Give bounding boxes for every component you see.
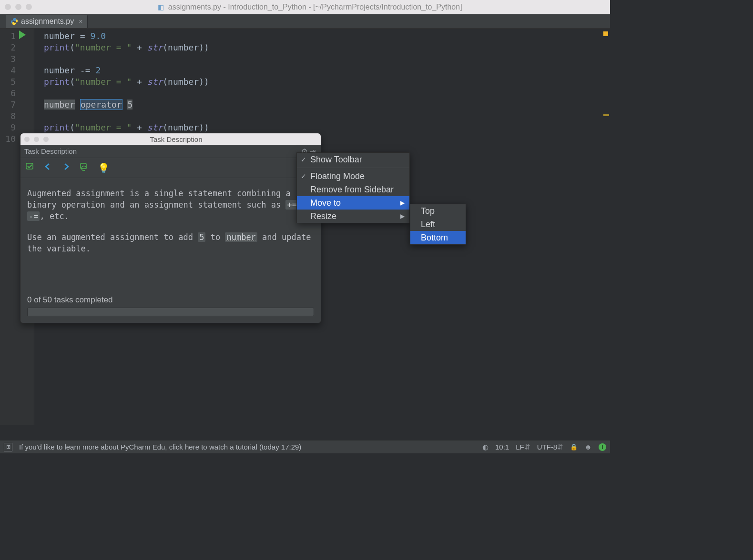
readonly-lock-icon[interactable]: 🔒 (570, 443, 578, 450)
hint-icon[interactable]: 💡 (98, 162, 110, 174)
task-panel-titlebar[interactable]: Task Description (20, 133, 321, 145)
window-titlebar: ◧ assignments.py - Introduction_to_Pytho… (0, 0, 610, 14)
panel-zoom-icon[interactable] (43, 137, 49, 142)
zoom-window-icon[interactable] (26, 4, 32, 10)
placeholder-operator[interactable]: operator (80, 99, 122, 110)
toolwindow-toggle-icon[interactable]: ⊞ (4, 443, 12, 451)
panel-traffic-lights[interactable] (24, 137, 49, 142)
status-caret[interactable]: 10:1 (495, 443, 509, 451)
tab-assignments-py[interactable]: assignments.py × (6, 15, 88, 28)
task-panel-header-label: Task Description (24, 147, 77, 155)
panel-close-icon[interactable] (24, 137, 30, 142)
submenu-bottom[interactable]: Bottom (410, 231, 466, 244)
placeholder-value[interactable]: 5 (127, 100, 132, 110)
inspector-icon[interactable]: ☻ (584, 443, 592, 451)
status-spinner-icon: ◐ (482, 443, 488, 451)
status-line-sep[interactable]: LF⇵ (516, 443, 530, 451)
submenu-top[interactable]: Top (410, 204, 466, 218)
tool-window-context-menu[interactable]: ✓ Show Toolbar ✓ Floating Mode Remove fr… (296, 152, 410, 223)
status-ok-icon[interactable]: i (599, 443, 606, 451)
inspection-marker[interactable] (603, 31, 608, 36)
editor-tab-bar: assignments.py × (0, 14, 610, 29)
task-body: Augmented assignment is a single stateme… (20, 178, 321, 290)
window-title: ◧ assignments.py - Introduction_to_Pytho… (39, 3, 610, 11)
submenu-arrow-icon: ▶ (400, 200, 405, 206)
menu-show-toolbar[interactable]: ✓ Show Toolbar (297, 153, 409, 166)
minimize-window-icon[interactable] (15, 4, 21, 10)
check-task-icon[interactable] (25, 162, 35, 174)
status-encoding[interactable]: UTF-8⇵ (537, 443, 564, 451)
svg-rect-0 (26, 163, 33, 169)
run-gutter-icon[interactable] (19, 30, 26, 39)
progress-bar (27, 308, 314, 316)
next-task-icon[interactable] (61, 162, 71, 174)
prev-task-icon[interactable] (43, 162, 53, 174)
python-icon (10, 18, 18, 25)
close-window-icon[interactable] (5, 4, 11, 10)
move-to-submenu[interactable]: Top Left Bottom (410, 204, 466, 245)
tab-label: assignments.py (21, 17, 74, 26)
progress-label: 0 of 50 tasks completed (27, 295, 314, 305)
status-bar: ⊞ If you'd like to learn more about PyCh… (0, 440, 610, 453)
submenu-left[interactable]: Left (410, 218, 466, 231)
reset-task-icon[interactable] (80, 162, 89, 174)
panel-min-icon[interactable] (34, 137, 39, 142)
task-panel-header: Task Description ⚙ ⇥ (20, 145, 321, 158)
warning-stripe[interactable] (603, 114, 609, 116)
task-toolbar: 💡 (20, 158, 321, 178)
submenu-arrow-icon: ▶ (400, 213, 405, 220)
checkmark-icon: ✓ (301, 172, 306, 180)
task-footer: 0 of 50 tasks completed (20, 290, 321, 323)
menu-remove-sidebar[interactable]: Remove from Sidebar (297, 183, 409, 196)
checkmark-icon: ✓ (301, 156, 306, 163)
python-file-icon: ◧ (158, 3, 164, 11)
placeholder-number[interactable]: number (44, 100, 75, 110)
menu-floating-mode[interactable]: ✓ Floating Mode (297, 170, 409, 183)
task-description-panel[interactable]: Task Description Task Description ⚙ ⇥ 💡 … (20, 133, 321, 323)
menu-separator (297, 168, 409, 168)
close-tab-icon[interactable]: × (79, 18, 82, 25)
menu-resize[interactable]: Resize ▶ (297, 210, 409, 223)
status-tip[interactable]: If you'd like to learn more about PyChar… (19, 443, 301, 451)
menu-move-to[interactable]: Move to ▶ (297, 196, 409, 210)
traffic-lights[interactable] (5, 4, 32, 10)
